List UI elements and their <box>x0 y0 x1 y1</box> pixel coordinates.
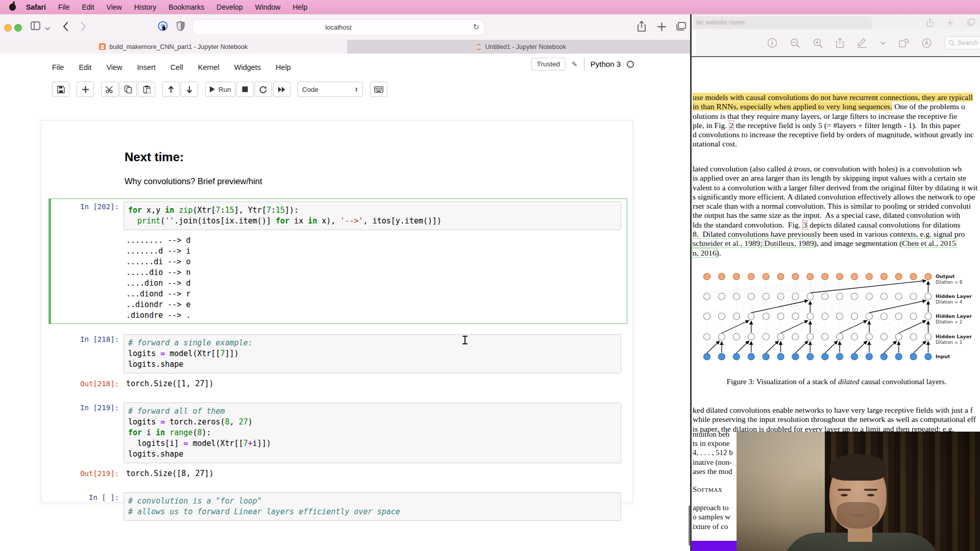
apple-menu-icon[interactable] <box>9 4 16 11</box>
back-icon[interactable] <box>62 21 68 32</box>
code-token: x), <box>317 216 340 226</box>
paper-segment: while preserving the input resolution th… <box>693 415 976 423</box>
cell-input-row: In [202]:for x,y in zip(Xtr[7:15], Ytr[7… <box>52 202 624 230</box>
paper-fragment-line: ntuition beh <box>692 430 736 439</box>
figure-row-label: Hidden Layer <box>936 313 972 319</box>
menubar-item-help[interactable]: Help <box>292 3 307 11</box>
video-vignette <box>737 432 980 551</box>
cell-type-select[interactable]: Code ▲▼ <box>298 82 363 97</box>
jupyter-menu-view[interactable]: View <box>106 63 122 71</box>
input-node <box>718 354 725 360</box>
paper-fragment-line: inative (non- <box>692 458 736 467</box>
hidden-layer-node <box>822 334 828 340</box>
background-address-bar[interactable]: ter website name <box>693 16 872 29</box>
forward-icon[interactable] <box>81 21 87 32</box>
jupyter-menu-kernel[interactable]: Kernel <box>198 63 219 71</box>
paste-cell-button[interactable] <box>138 82 155 97</box>
paper-segment: utational cost. <box>693 139 737 148</box>
code-editor[interactable]: # forward a single example:logits = mode… <box>124 334 621 373</box>
tab-untitled1[interactable]: Untitled1 - Jupyter Notebook <box>348 40 695 54</box>
rotate-icon[interactable] <box>898 38 909 48</box>
code-token: ( <box>160 216 165 226</box>
share-icon[interactable] <box>836 38 844 48</box>
jupyter-menu-edit[interactable]: Edit <box>79 63 91 71</box>
jupyter-menu-widgets[interactable]: Widgets <box>234 63 261 71</box>
move-cell-down-button[interactable] <box>181 82 198 97</box>
address-bar[interactable]: localhost ↻ <box>193 20 484 35</box>
cell-stream-output: ........ --> d.......d --> i......di -->… <box>124 235 190 321</box>
menubar-item-window[interactable]: Window <box>255 3 281 11</box>
tab-overview-icon[interactable] <box>967 17 975 27</box>
trusted-badge[interactable]: Trusted <box>531 58 566 70</box>
menubar-item-bookmarks[interactable]: Bookmarks <box>168 3 204 11</box>
search-placeholder: Search <box>958 39 978 46</box>
menubar-item-history[interactable]: History <box>134 3 157 11</box>
zoom-out-icon[interactable] <box>790 38 800 48</box>
tab-build-makemore[interactable]: build_makemore_CNN_part1 - Jupyter Noteb… <box>0 40 348 54</box>
output-node <box>910 273 917 280</box>
zoom-in-icon[interactable] <box>813 38 823 48</box>
share-icon[interactable] <box>637 21 646 32</box>
jupyter-menu-cell[interactable]: Cell <box>170 63 183 71</box>
copy-cell-button[interactable] <box>119 82 137 97</box>
insert-cell-button[interactable] <box>77 82 94 97</box>
menubar-app-name[interactable]: Safari <box>26 3 46 11</box>
highlight-icon[interactable] <box>921 38 932 48</box>
code-cell[interactable]: In [219]:# forward all of themlogits = t… <box>48 399 627 482</box>
chevron-down-icon[interactable] <box>45 23 51 33</box>
pdf-search-field[interactable]: Search <box>944 36 980 49</box>
paper-line: in than RNNs, especially when applied to… <box>692 102 980 111</box>
paper-segment: ), and image segmentation ( <box>814 239 902 247</box>
figure-row-dilation-label: Dilation = 4 <box>936 299 963 305</box>
code-editor[interactable]: # convolution is a "for loop"# allows us… <box>124 492 621 521</box>
zoom-button[interactable] <box>14 24 22 32</box>
move-cell-up-button[interactable] <box>162 82 180 97</box>
jupyter-menu-help[interactable]: Help <box>276 63 291 71</box>
reload-icon[interactable]: ↻ <box>473 22 479 32</box>
restart-run-all-button[interactable] <box>273 82 290 97</box>
content-blocker-shield-icon[interactable] <box>177 21 185 31</box>
menubar-item-develop[interactable]: Develop <box>216 3 242 11</box>
paper-line: valent to a convolution with a larger fi… <box>692 183 980 192</box>
code-cell[interactable]: In [218]:# forward a single example:logi… <box>48 331 627 392</box>
info-icon[interactable] <box>767 38 777 48</box>
paper-fragment-line: o samples w <box>692 512 736 521</box>
new-tab-icon[interactable] <box>657 22 666 31</box>
restart-kernel-button[interactable] <box>255 82 272 97</box>
paper-line: is applied over an area larger than its … <box>692 173 980 183</box>
code-token: ix <box>289 216 308 226</box>
command-palette-button[interactable] <box>370 82 387 97</box>
paper-line: n, 2016). <box>692 248 980 258</box>
sidebar-icon[interactable] <box>31 21 40 30</box>
markup-pencil-icon[interactable] <box>856 38 868 48</box>
text-cursor <box>462 336 468 345</box>
menubar-item-file[interactable]: File <box>58 3 70 11</box>
menubar-item-edit[interactable]: Edit <box>82 3 94 11</box>
paper-line: utational cost. <box>692 139 980 148</box>
tab-overview-icon[interactable] <box>676 21 686 31</box>
new-tab-icon[interactable] <box>947 17 953 27</box>
code-cell[interactable]: In [ ]:# convolution is a "for loop"# al… <box>48 489 627 524</box>
input-node <box>866 354 872 360</box>
code-cell[interactable]: In [202]:for x,y in zip(Xtr[7:15], Ytr[7… <box>48 198 627 324</box>
menubar-item-view[interactable]: View <box>107 3 122 11</box>
code-editor[interactable]: for x,y in zip(Xtr[7:15], Ytr[7:15]): pr… <box>124 202 621 230</box>
save-button[interactable] <box>52 82 69 97</box>
hidden-layer-node <box>895 293 902 300</box>
share-icon[interactable] <box>926 17 934 27</box>
chevron-down-icon[interactable] <box>880 38 886 47</box>
kernel-name: Python 3 <box>591 60 621 68</box>
run-button[interactable]: Run <box>205 82 235 97</box>
caption-segment: Figure 3: Visualization of a stack of <box>727 378 838 386</box>
interrupt-kernel-button[interactable] <box>236 82 254 97</box>
minimize-button[interactable] <box>4 24 12 32</box>
jupyter-menu-file[interactable]: File <box>52 63 64 71</box>
cut-cell-button[interactable] <box>101 82 118 97</box>
code-line: logits = model(Xtr[[7]]) <box>128 348 617 359</box>
output-node <box>777 273 784 280</box>
privacy-report-icon[interactable] <box>157 20 168 32</box>
paper-segment: is applied over an area larger than its … <box>693 173 966 182</box>
jupyter-menu-insert[interactable]: Insert <box>137 63 156 71</box>
loading-spinner-favicon <box>476 44 482 50</box>
code-editor[interactable]: # forward all of themlogits = torch.zero… <box>124 403 621 463</box>
